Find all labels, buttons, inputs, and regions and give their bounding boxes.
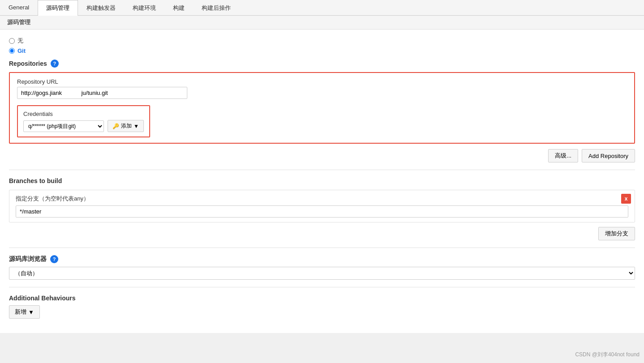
add-credentials-button[interactable]: 🔑 添加 ▼	[108, 120, 144, 132]
new-btn-arrow: ▼	[28, 309, 34, 316]
divider-1	[9, 170, 635, 170]
new-behaviour-button[interactable]: 新增 ▼	[9, 305, 40, 319]
credentials-label: Credentials	[23, 111, 144, 117]
additional-header: Additional Behaviours	[9, 295, 635, 302]
divider-3	[9, 287, 635, 287]
source-browser-section: 源码库浏览器 ? （自动）	[9, 255, 635, 280]
source-browser-select[interactable]: （自动）	[9, 267, 635, 280]
divider-2	[9, 248, 635, 248]
advanced-button[interactable]: 高级...	[548, 149, 578, 162]
add-btn-label: 添加	[121, 122, 132, 130]
repo-url-input[interactable]	[17, 87, 187, 99]
repositories-section: Repositories ? Repository URL Credential…	[9, 60, 635, 162]
tab-general[interactable]: General	[0, 0, 38, 16]
credentials-select[interactable]: q/****** (php项目git)- 无 -	[23, 120, 104, 132]
new-btn-label: 新增	[15, 308, 26, 316]
credentials-controls: q/****** (php项目git)- 无 - 🔑 添加 ▼	[23, 120, 144, 132]
tab-scm[interactable]: 源码管理	[38, 0, 78, 16]
scm-none-radio[interactable]	[9, 38, 15, 44]
tab-bar: General 源码管理 构建触发器 构建环境 构建 构建后操作	[0, 0, 644, 16]
tab-post-build[interactable]: 构建后操作	[193, 0, 239, 16]
tab-build[interactable]: 构建	[164, 0, 193, 16]
branch-delete-button[interactable]: x	[621, 194, 631, 204]
scm-git-option[interactable]: Git	[9, 47, 635, 54]
repository-box: Repository URL Credentials q/****** (php…	[9, 72, 635, 144]
source-browser-label: 源码库浏览器	[9, 255, 47, 263]
tab-env[interactable]: 构建环境	[124, 0, 164, 16]
additional-section: Additional Behaviours 新增 ▼	[9, 295, 635, 319]
credentials-section: Credentials q/****** (php项目git)- 无 - 🔑 添…	[17, 105, 150, 137]
add-repository-button[interactable]: Add Repository	[582, 149, 635, 162]
add-branch-button[interactable]: 增加分支	[598, 227, 635, 240]
repositories-header: Repositories ?	[9, 60, 635, 68]
repositories-help-icon[interactable]: ?	[51, 60, 59, 68]
repositories-label: Repositories	[9, 60, 47, 67]
source-browser-header: 源码库浏览器 ?	[9, 255, 635, 263]
scm-none-option[interactable]: 无	[9, 37, 635, 45]
scm-git-radio[interactable]	[9, 48, 15, 54]
repo-actions: 高级... Add Repository	[9, 149, 635, 162]
scm-git-label: Git	[17, 47, 26, 54]
add-btn-arrow: ▼	[134, 123, 139, 129]
key-icon: 🔑	[112, 123, 119, 129]
section-title: 源码管理	[0, 16, 644, 30]
repo-url-row: Repository URL	[17, 78, 627, 99]
branch-field-label: 指定分支（为空时代表any）	[16, 195, 628, 203]
branches-header: Branches to build	[9, 177, 635, 184]
scm-radio-group: 无 Git	[9, 37, 635, 54]
source-browser-help-icon[interactable]: ?	[50, 255, 58, 263]
repo-url-label: Repository URL	[17, 78, 627, 85]
scm-none-label: 无	[17, 37, 23, 45]
tab-triggers[interactable]: 构建触发器	[78, 0, 124, 16]
branch-item: x 指定分支（为空时代表any）	[9, 190, 635, 222]
branches-section: Branches to build x 指定分支（为空时代表any） 增加分支	[9, 177, 635, 240]
branch-actions: 增加分支	[9, 227, 635, 240]
branch-input[interactable]	[16, 205, 628, 218]
